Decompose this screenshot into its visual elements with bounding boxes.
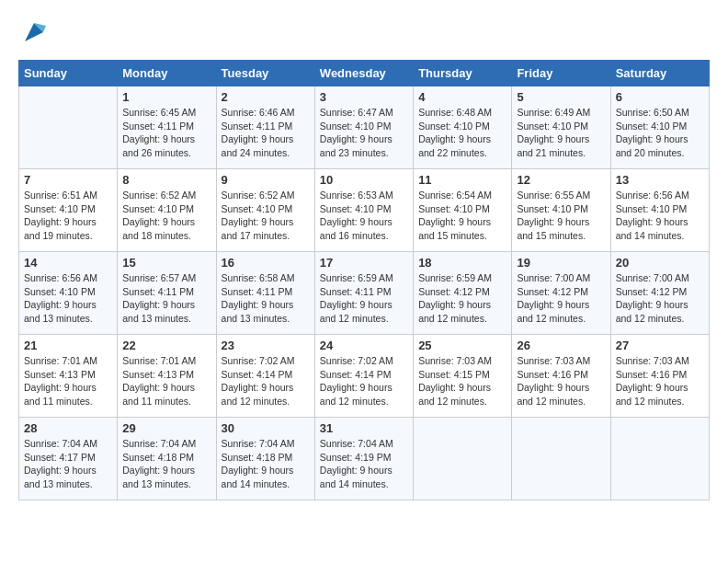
calendar-cell: 4 Sunrise: 6:48 AM Sunset: 4:10 PM Dayli… — [414, 86, 512, 169]
calendar-cell: 21 Sunrise: 7:01 AM Sunset: 4:13 PM Dayl… — [19, 335, 118, 418]
daylight-text: Daylight: 9 hours and 12 minutes. — [418, 299, 491, 324]
day-info: Sunrise: 6:54 AM Sunset: 4:10 PM Dayligh… — [418, 189, 506, 243]
sunrise-text: Sunrise: 7:04 AM — [222, 438, 295, 449]
sunrise-text: Sunrise: 6:52 AM — [122, 190, 196, 201]
sunset-text: Sunset: 4:14 PM — [222, 369, 293, 380]
day-header-tuesday: Tuesday — [216, 61, 314, 86]
sunrise-text: Sunrise: 7:00 AM — [517, 272, 590, 283]
daylight-text: Daylight: 9 hours and 11 minutes. — [24, 382, 97, 407]
calendar-week-row: 1 Sunrise: 6:45 AM Sunset: 4:11 PM Dayli… — [19, 86, 710, 169]
sunset-text: Sunset: 4:16 PM — [616, 369, 688, 380]
calendar-cell: 27 Sunrise: 7:03 AM Sunset: 4:16 PM Dayl… — [610, 335, 709, 418]
sunset-text: Sunset: 4:13 PM — [24, 369, 96, 380]
daylight-text: Daylight: 9 hours and 12 minutes. — [320, 299, 392, 324]
sunrise-text: Sunrise: 6:58 AM — [222, 272, 295, 283]
daylight-text: Daylight: 9 hours and 11 minutes. — [122, 382, 195, 407]
day-number: 21 — [24, 339, 112, 352]
sunrise-text: Sunrise: 7:03 AM — [616, 355, 689, 366]
day-info: Sunrise: 7:04 AM Sunset: 4:18 PM Dayligh… — [222, 437, 310, 491]
day-number: 1 — [122, 90, 210, 104]
calendar-cell: 2 Sunrise: 6:46 AM Sunset: 4:11 PM Dayli… — [216, 86, 314, 169]
day-number: 20 — [616, 256, 704, 270]
day-info: Sunrise: 7:00 AM Sunset: 4:12 PM Dayligh… — [517, 271, 605, 326]
calendar-cell: 10 Sunrise: 6:53 AM Sunset: 4:10 PM Dayl… — [314, 169, 413, 252]
sunrise-text: Sunrise: 7:02 AM — [222, 355, 295, 366]
day-header-thursday: Thursday — [414, 61, 512, 86]
day-number: 25 — [418, 339, 506, 352]
calendar-cell: 3 Sunrise: 6:47 AM Sunset: 4:10 PM Dayli… — [314, 86, 413, 169]
day-number: 28 — [24, 421, 112, 435]
sunrise-text: Sunrise: 6:46 AM — [222, 107, 295, 118]
calendar-table: SundayMondayTuesdayWednesdayThursdayFrid… — [18, 60, 710, 500]
sunrise-text: Sunrise: 6:50 AM — [616, 107, 689, 118]
calendar-cell: 11 Sunrise: 6:54 AM Sunset: 4:10 PM Dayl… — [414, 169, 512, 252]
sunrise-text: Sunrise: 7:00 AM — [616, 272, 689, 283]
sunrise-text: Sunrise: 6:48 AM — [418, 107, 492, 118]
day-number: 24 — [320, 339, 408, 352]
sunset-text: Sunset: 4:10 PM — [517, 121, 588, 132]
day-number: 17 — [320, 256, 408, 270]
sunset-text: Sunset: 4:19 PM — [320, 452, 392, 463]
day-number: 19 — [517, 256, 605, 270]
day-number: 6 — [616, 90, 704, 104]
sunset-text: Sunset: 4:10 PM — [418, 121, 490, 132]
daylight-text: Daylight: 9 hours and 12 minutes. — [418, 382, 491, 407]
day-info: Sunrise: 6:57 AM Sunset: 4:11 PM Dayligh… — [122, 271, 210, 326]
day-number: 23 — [222, 339, 310, 352]
day-number: 3 — [320, 90, 408, 104]
day-info: Sunrise: 7:03 AM Sunset: 4:15 PM Dayligh… — [418, 354, 506, 408]
daylight-text: Daylight: 9 hours and 12 minutes. — [517, 299, 589, 324]
day-info: Sunrise: 6:56 AM Sunset: 4:10 PM Dayligh… — [24, 271, 112, 326]
day-number: 8 — [122, 173, 210, 187]
calendar-cell: 18 Sunrise: 6:59 AM Sunset: 4:12 PM Dayl… — [414, 252, 512, 335]
day-info: Sunrise: 7:03 AM Sunset: 4:16 PM Dayligh… — [616, 354, 704, 408]
day-number: 4 — [418, 90, 506, 104]
sunrise-text: Sunrise: 7:02 AM — [320, 355, 393, 366]
day-number: 18 — [418, 256, 506, 270]
daylight-text: Daylight: 9 hours and 12 minutes. — [517, 382, 589, 407]
daylight-text: Daylight: 9 hours and 23 minutes. — [320, 133, 392, 158]
day-info: Sunrise: 6:58 AM Sunset: 4:11 PM Dayligh… — [222, 271, 310, 326]
sunset-text: Sunset: 4:10 PM — [616, 203, 688, 214]
calendar-header-row: SundayMondayTuesdayWednesdayThursdayFrid… — [19, 61, 710, 86]
calendar-week-row: 28 Sunrise: 7:04 AM Sunset: 4:17 PM Dayl… — [19, 418, 710, 500]
daylight-text: Daylight: 9 hours and 15 minutes. — [517, 216, 589, 241]
daylight-text: Daylight: 9 hours and 14 minutes. — [222, 465, 294, 489]
day-number: 13 — [616, 173, 704, 187]
sunset-text: Sunset: 4:10 PM — [320, 121, 392, 132]
sunset-text: Sunset: 4:18 PM — [222, 452, 293, 463]
sunset-text: Sunset: 4:10 PM — [222, 203, 293, 214]
daylight-text: Daylight: 9 hours and 14 minutes. — [616, 216, 688, 241]
day-info: Sunrise: 6:51 AM Sunset: 4:10 PM Dayligh… — [24, 189, 112, 243]
sunrise-text: Sunrise: 6:57 AM — [122, 272, 196, 283]
sunset-text: Sunset: 4:11 PM — [122, 121, 194, 132]
sunrise-text: Sunrise: 7:04 AM — [122, 438, 196, 449]
day-info: Sunrise: 7:02 AM Sunset: 4:14 PM Dayligh… — [320, 354, 408, 408]
day-info: Sunrise: 6:47 AM Sunset: 4:10 PM Dayligh… — [320, 106, 408, 160]
sunset-text: Sunset: 4:10 PM — [517, 203, 588, 214]
daylight-text: Daylight: 9 hours and 13 minutes. — [222, 299, 294, 324]
calendar-cell: 29 Sunrise: 7:04 AM Sunset: 4:18 PM Dayl… — [118, 418, 216, 500]
day-header-friday: Friday — [512, 61, 610, 86]
daylight-text: Daylight: 9 hours and 12 minutes. — [222, 382, 294, 407]
calendar-cell: 23 Sunrise: 7:02 AM Sunset: 4:14 PM Dayl… — [216, 335, 314, 418]
daylight-text: Daylight: 9 hours and 17 minutes. — [222, 216, 294, 241]
sunrise-text: Sunrise: 7:04 AM — [320, 438, 393, 449]
day-info: Sunrise: 6:45 AM Sunset: 4:11 PM Dayligh… — [122, 106, 210, 160]
day-info: Sunrise: 7:00 AM Sunset: 4:12 PM Dayligh… — [616, 271, 704, 326]
logo-icon — [20, 18, 48, 46]
sunrise-text: Sunrise: 6:52 AM — [222, 190, 295, 201]
day-number: 2 — [222, 90, 310, 104]
sunset-text: Sunset: 4:17 PM — [24, 452, 96, 463]
sunset-text: Sunset: 4:12 PM — [418, 286, 490, 297]
sunset-text: Sunset: 4:12 PM — [517, 286, 588, 297]
calendar-week-row: 7 Sunrise: 6:51 AM Sunset: 4:10 PM Dayli… — [19, 169, 710, 252]
sunset-text: Sunset: 4:11 PM — [222, 286, 293, 297]
page-header — [18, 18, 710, 51]
calendar-cell — [512, 418, 610, 500]
sunrise-text: Sunrise: 6:56 AM — [616, 190, 689, 201]
daylight-text: Daylight: 9 hours and 16 minutes. — [320, 216, 392, 241]
sunset-text: Sunset: 4:11 PM — [122, 286, 194, 297]
calendar-cell: 17 Sunrise: 6:59 AM Sunset: 4:11 PM Dayl… — [314, 252, 413, 335]
calendar-cell — [19, 86, 118, 169]
